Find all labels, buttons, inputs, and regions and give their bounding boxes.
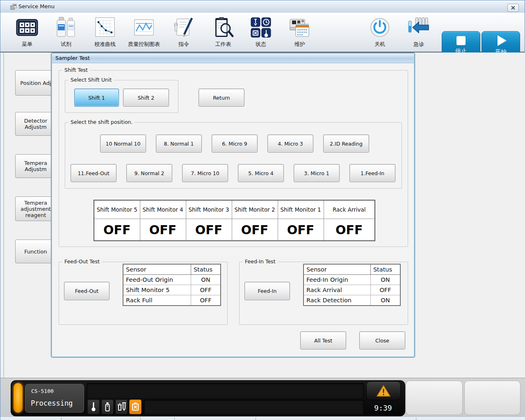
position-button-5-micro-4[interactable]: 5. Micro 4	[238, 164, 284, 182]
feed-in-button[interactable]: Feed-In	[244, 282, 290, 300]
analyzer-slot-2	[406, 381, 463, 415]
shift-monitor-table: Shift Monitor 5 Shift Monitor 4 Shift Mo…	[94, 200, 375, 241]
return-button[interactable]: Return	[199, 89, 244, 107]
window-edge-accent	[3, 52, 4, 378]
shift-2-button[interactable]: Shift 2	[123, 89, 169, 107]
analyzer-name: CS-5100	[31, 388, 54, 394]
monitor-header: Rack Arrival	[324, 200, 375, 219]
thermometer-icon	[91, 402, 96, 412]
all-test-button[interactable]: All Test	[300, 331, 346, 349]
waste-box-x-icon	[131, 402, 139, 412]
service-menu-window: Service Menu 菜单 试剂 校准曲线	[0, 0, 525, 420]
toolbar-item-qc-chart[interactable]: 质量控制图表	[124, 15, 164, 50]
alarm-button[interactable]	[366, 381, 401, 400]
sensor-column-header: Sensor	[123, 264, 191, 275]
position-button-1-feed-in[interactable]: 1.Feed-In	[349, 164, 395, 182]
start-icon	[498, 35, 507, 46]
analyzer-status-text: Processing	[31, 399, 73, 407]
monitor-header: Shift Monitor 4	[140, 200, 186, 219]
reagent-indicator[interactable]	[101, 399, 114, 414]
position-button-7-micro-10[interactable]: 7. Micro 10	[182, 164, 228, 182]
window-title: Service Menu	[18, 3, 55, 9]
toolbar-item-worklist[interactable]: 工作表	[203, 15, 243, 50]
position-button-2-id-reading[interactable]: 2.ID Reading	[323, 135, 369, 153]
analyzer-state-indicator	[14, 383, 23, 413]
app-icon	[10, 4, 17, 11]
feed-in-sensor-table: Sensor Status Feed-In OriginON Rack Arri…	[303, 264, 401, 306]
position-button-4-micro-3[interactable]: 4. Micro 3	[267, 135, 313, 153]
status-bar: CS-5100 Processing 9:39	[0, 378, 525, 418]
table-row: Feed-Out OriginON	[123, 275, 221, 285]
position-button-3-micro-1[interactable]: 3. Micro 1	[294, 164, 340, 182]
table-row: Rack FullOFF	[123, 295, 221, 306]
sidebar-item-temperature-adjustment-reagent[interactable]: Tempera adjustment reagent	[15, 196, 56, 221]
toolbar-item-reagent[interactable]: 试剂	[46, 15, 86, 50]
status-column-header: Status	[370, 264, 400, 275]
calibration-curve-icon	[85, 15, 125, 40]
waste-tube-indicator[interactable]	[115, 399, 128, 414]
dialog-titlebar[interactable]: Sampler Test	[52, 54, 414, 63]
temperature-indicator[interactable]	[87, 399, 100, 414]
position-button-6-micro-9[interactable]: 6. Micro 9	[212, 135, 258, 153]
position-button-8-normal-1[interactable]: 8. Normal 1	[156, 135, 202, 153]
monitor-value: OFF	[140, 219, 186, 241]
main-content: Position Adj Detector Adjustm Tempera Ad…	[0, 52, 525, 378]
trash-tube-icon	[117, 402, 126, 412]
order-icon	[164, 15, 203, 40]
monitor-header: Shift Monitor 3	[186, 200, 232, 219]
table-row: Rack DetectionON	[304, 295, 400, 306]
position-button-11-feed-out[interactable]: 11.Feed-Out	[71, 164, 116, 182]
waste-container-alert[interactable]	[129, 399, 142, 414]
qc-chart-icon	[124, 15, 164, 40]
toolbar-item-status[interactable]: 状态	[241, 15, 281, 50]
table-row: Shift Monitor 5OFF	[123, 285, 221, 295]
toolbar-item-calibration-curve[interactable]: 校准曲线	[85, 15, 125, 50]
monitor-value: OFF	[324, 219, 375, 241]
toolbar-item-order[interactable]: 指令	[164, 15, 203, 50]
sidebar-item-temperature-adjustment[interactable]: Tempera Adjustm	[15, 154, 56, 178]
message-strip-top	[87, 383, 364, 399]
main-toolbar: 菜单 试剂 校准曲线 质量控制图表 指令	[0, 13, 525, 52]
window-close-button[interactable]	[507, 4, 519, 12]
table-row: Rack ArrivalOFF	[304, 285, 400, 295]
feed-out-sensor-table: Sensor Status Feed-Out OriginON Shift Mo…	[123, 264, 221, 306]
dialog-close-button[interactable]: Close	[359, 331, 405, 349]
status-column-header: Status	[191, 264, 221, 275]
bottle-icon	[105, 402, 110, 412]
position-button-10-normal-10[interactable]: 10 Normal 10	[100, 135, 146, 153]
close-icon	[511, 6, 516, 10]
toolbar-item-maintenance[interactable]: 维护	[280, 15, 320, 50]
power-icon	[360, 15, 399, 40]
monitor-header: Shift Monitor 1	[278, 200, 324, 219]
monitor-value: OFF	[278, 219, 324, 241]
monitor-value: OFF	[186, 219, 232, 241]
clock: 9:39	[366, 404, 400, 412]
toolbar-item-shutdown[interactable]: 关机	[360, 15, 399, 50]
feed-out-button[interactable]: Feed-Out	[64, 282, 110, 300]
sensor-column-header: Sensor	[304, 264, 370, 275]
message-strip-bottom	[144, 399, 364, 414]
stop-icon	[457, 36, 466, 45]
reagent-bottles-icon	[46, 15, 86, 40]
analyzer-slot-3	[464, 381, 520, 415]
menu-grid-icon	[7, 15, 47, 40]
maintenance-icon	[280, 15, 320, 40]
bottom-edge-strip	[0, 417, 525, 420]
shift-1-button[interactable]: Shift 1	[74, 89, 119, 107]
stat-sample-icon	[399, 15, 438, 40]
position-button-9-normal-2[interactable]: 9. Normal 2	[126, 164, 172, 182]
window-titlebar[interactable]: Service Menu	[0, 0, 525, 13]
sampler-test-dialog: Sampler Test Shift Test Select Shift Uni…	[51, 53, 415, 357]
toolbar-item-stat[interactable]: 急诊	[399, 15, 438, 50]
worksheet-magnifier-icon	[203, 15, 243, 40]
sidebar-item-detector-adjustment[interactable]: Detector Adjustm	[15, 112, 56, 136]
analyzer-status-panel: CS-5100 Processing 9:39	[11, 380, 405, 416]
table-row: Feed-In OriginON	[304, 275, 400, 285]
monitor-value: OFF	[232, 219, 278, 241]
analyzer-selector[interactable]: CS-5100 Processing	[25, 384, 84, 413]
sidebar-item-function[interactable]: Function	[15, 240, 56, 263]
warning-icon	[376, 384, 391, 397]
sidebar-item-position-adjustment[interactable]: Position Adj	[15, 70, 56, 96]
toolbar-item-menu[interactable]: 菜单	[7, 15, 47, 50]
status-tiles-icon	[241, 15, 281, 40]
